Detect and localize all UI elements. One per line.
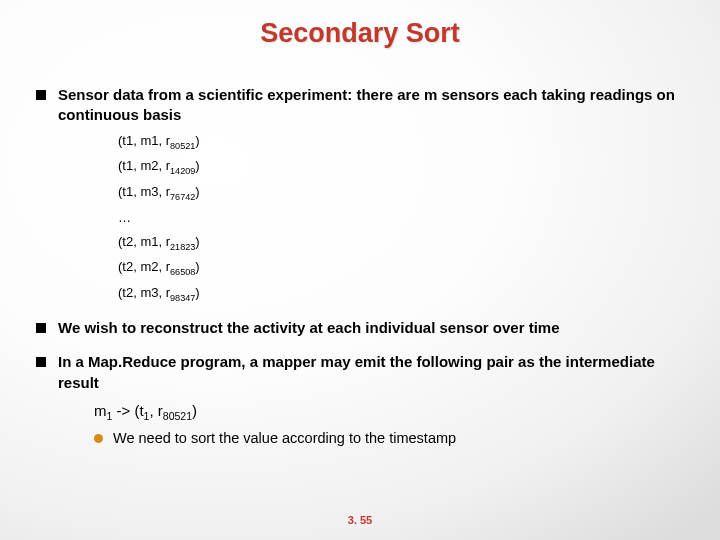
tuple-row: (t2, m3, r98347) [118, 284, 684, 304]
circle-bullet-icon [94, 434, 103, 443]
bullet-level1: In a Map.Reduce program, a mapper may em… [36, 352, 684, 393]
page-number: 3. 55 [0, 514, 720, 526]
bullet-level1: Sensor data from a scientific experiment… [36, 85, 684, 126]
tuple-row: (t1, m2, r14209) [118, 157, 684, 177]
tuple-row: (t1, m1, r80521) [118, 132, 684, 152]
square-bullet-icon [36, 357, 46, 367]
bullet-level2: We need to sort the value according to t… [94, 429, 684, 449]
square-bullet-icon [36, 323, 46, 333]
bullet-text: We need to sort the value according to t… [113, 429, 456, 449]
slide-content: Sensor data from a scientific experiment… [0, 49, 720, 449]
tuple-list: (t1, m1, r80521) (t1, m2, r14209) (t1, m… [118, 132, 684, 305]
tuple-row: (t2, m1, r21823) [118, 233, 684, 253]
tuple-ellipsis: … [118, 209, 684, 227]
bullet-text: In a Map.Reduce program, a mapper may em… [58, 352, 684, 393]
square-bullet-icon [36, 90, 46, 100]
slide-title: Secondary Sort [0, 0, 720, 49]
tuple-row: (t2, m2, r66508) [118, 258, 684, 278]
bullet-text: We wish to reconstruct the activity at e… [58, 318, 560, 338]
bullet-level1: We wish to reconstruct the activity at e… [36, 318, 684, 338]
map-output-line: m1 -> (t1, r80521) [94, 401, 684, 423]
tuple-row: (t1, m3, r76742) [118, 183, 684, 203]
bullet-text: Sensor data from a scientific experiment… [58, 85, 684, 126]
